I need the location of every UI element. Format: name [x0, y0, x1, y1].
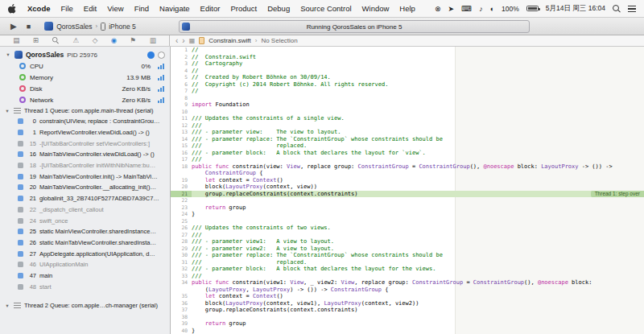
line-number[interactable]: 37 [171, 307, 192, 314]
back-button[interactable]: ‹ [175, 37, 178, 45]
line-number[interactable]: 10 [171, 109, 192, 116]
code-line[interactable]: 22 [171, 197, 644, 204]
code-line[interactable]: 17/// [171, 156, 644, 163]
code-line[interactable]: 9import Foundation [171, 101, 644, 109]
project-navigator-icon[interactable]: ▤ [13, 37, 19, 44]
stack-frame[interactable]: 16MainTabViewController.viewDidLoad() ->… [0, 149, 170, 160]
line-number[interactable]: 9 [171, 101, 192, 109]
code-line[interactable]: 10 [171, 109, 644, 116]
line-number[interactable]: 36 [171, 300, 192, 307]
line-number[interactable]: 33 [171, 273, 192, 280]
disclosure-triangle-icon[interactable]: ▼ [4, 303, 10, 308]
code-line[interactable]: 1// [171, 47, 644, 54]
pause-indicator-icon[interactable] [158, 52, 165, 59]
stack-frame[interactable]: 15-[UITabBarController setViewController… [0, 138, 170, 149]
line-number[interactable]: 6 [171, 81, 192, 89]
code-line[interactable]: (LayoutProxy, LayoutProxy) -> ()) -> Con… [171, 287, 644, 294]
code-line[interactable]: 28/// - parameter view1: A view to layou… [171, 238, 644, 245]
stack-frame[interactable]: 18-[UITabBarController initWithNibName:b… [0, 160, 170, 171]
line-number[interactable]: 8 [171, 95, 192, 102]
code-line[interactable]: 40} [171, 328, 644, 334]
code-line[interactable]: 37 group.replaceConstraints(context.cons… [171, 307, 644, 314]
line-number[interactable]: 2 [171, 54, 192, 61]
code-line[interactable]: 13/// - parameter view: The view to layo… [171, 129, 644, 136]
report-navigator-icon[interactable]: ▥ [150, 37, 156, 44]
line-number[interactable]: 34 [171, 279, 192, 287]
code-line[interactable]: 8 [171, 95, 644, 102]
instruction-pointer-badge[interactable]: Thread 1: step over [591, 191, 644, 198]
stack-frame[interactable]: 19MainTabViewController.init() -> MainTa… [0, 171, 170, 182]
code-line[interactable]: 19 let context = Context() [171, 177, 644, 184]
notification-center-icon[interactable] [628, 6, 636, 12]
line-number[interactable]: 17 [171, 156, 192, 163]
profile-indicator-icon[interactable] [147, 52, 155, 59]
forward-button[interactable]: › [182, 37, 184, 45]
find-navigator-icon[interactable] [52, 36, 60, 46]
code-line[interactable]: 14/// - parameter replace: The `Constrai… [171, 136, 644, 143]
breadcrumb-file[interactable]: Constrain.swift [208, 37, 250, 44]
line-number[interactable]: 40 [171, 328, 192, 334]
code-line[interactable]: 18public func constrain(view: View, repl… [171, 163, 644, 171]
gauge-row-disk[interactable]: DiskZero KB/s [0, 83, 170, 94]
menu-item-editor[interactable]: Editor [200, 4, 221, 13]
menu-item-xcode[interactable]: Xcode [27, 4, 51, 13]
code-line[interactable]: 25 [171, 218, 644, 225]
scheme-selector[interactable]: QorosSales › iPhone 5 [44, 22, 136, 31]
debug-navigator-icon[interactable]: ◉ [111, 37, 117, 44]
related-items-icon[interactable]: ▦ [189, 37, 196, 44]
code-line[interactable]: 3// Cartography [171, 60, 644, 68]
menu-item-navigate[interactable]: Navigate [159, 4, 190, 13]
line-number[interactable]: 38 [171, 314, 192, 321]
line-number[interactable]: 12 [171, 122, 192, 130]
line-number[interactable]: 32 [171, 266, 192, 273]
code-line[interactable]: 24} [171, 211, 644, 218]
line-number[interactable]: 18 [171, 163, 192, 171]
code-line[interactable]: 29/// - parameter view2: A view to layou… [171, 245, 644, 253]
menu-item-help[interactable]: Help [399, 4, 415, 13]
line-number[interactable]: 30 [171, 252, 192, 259]
thread-row[interactable]: ▼Thread 2 Queue: com.apple…ch-manager (s… [0, 300, 170, 311]
line-number[interactable]: 22 [171, 197, 192, 204]
stack-frame[interactable]: 26static MainTabViewController.sharedIns… [0, 237, 170, 249]
code-line[interactable]: 20 block(LayoutProxy(context, view)) [171, 183, 644, 191]
scheme-name[interactable]: QorosSales [56, 23, 92, 31]
menu-item-product[interactable]: Product [230, 4, 257, 13]
stack-frame[interactable]: 20MainTabViewController.__allocating_ini… [0, 182, 170, 193]
code-line[interactable]: 4// [171, 68, 644, 75]
menubar-datetime[interactable]: 5月14日 周三 16:04 [546, 4, 605, 14]
stack-frame[interactable]: 47main [0, 270, 170, 282]
line-number[interactable]: 11 [171, 115, 192, 122]
issue-navigator-icon[interactable]: ⚠ [73, 37, 80, 44]
line-number[interactable]: 21 [171, 191, 192, 198]
circle-x-status-icon[interactable]: ⊗ [435, 5, 441, 13]
line-number[interactable]: 20 [171, 183, 192, 191]
breadcrumb-symbol[interactable]: No Selection [261, 37, 297, 44]
line-number[interactable]: 35 [171, 293, 192, 300]
stack-frame[interactable]: 21globalinit_33_2B7410F5277ADBD7A39C7… [0, 193, 170, 204]
code-line[interactable]: 39 return group [171, 320, 644, 328]
breakpoint-navigator-icon[interactable]: ⚑ [130, 37, 137, 44]
test-navigator-icon[interactable]: ◇ [93, 37, 98, 44]
menu-item-view[interactable]: View [107, 4, 123, 13]
disclosure-triangle-icon[interactable]: ▼ [5, 52, 11, 57]
disclosure-triangle-icon[interactable]: ▼ [4, 109, 10, 113]
line-number[interactable]: 14 [171, 136, 192, 143]
code-line[interactable]: 21 group.replaceConstraints(context.cons… [171, 191, 644, 198]
line-number[interactable]: 26 [171, 225, 192, 232]
stack-frame[interactable]: 24swift_once [0, 215, 170, 226]
menu-item-find[interactable]: Find [134, 4, 149, 13]
line-number[interactable]: 23 [171, 204, 192, 212]
line-number[interactable]: 27 [171, 232, 192, 239]
line-number[interactable]: 13 [171, 129, 192, 136]
code-line[interactable]: 27/// [171, 232, 644, 239]
stack-frame[interactable]: 27AppDelegate.application(UIApplication,… [0, 248, 170, 259]
code-line[interactable]: 7// [171, 88, 644, 95]
stack-frame[interactable]: 25static MainViewController.sharedInstan… [0, 226, 170, 237]
code-line[interactable]: 38 [171, 314, 644, 321]
code-line[interactable]: 15/// replaced. [171, 142, 644, 150]
code-line[interactable]: 6// Copyright (c) 2014 Robert Böhnke. Al… [171, 81, 644, 89]
code-line[interactable]: 31/// replaced. [171, 259, 644, 266]
line-number[interactable]: 19 [171, 177, 192, 184]
display-status-icon[interactable]: ◐ [490, 5, 494, 13]
keyboard-status-icon[interactable]: ⌨ [461, 5, 472, 13]
